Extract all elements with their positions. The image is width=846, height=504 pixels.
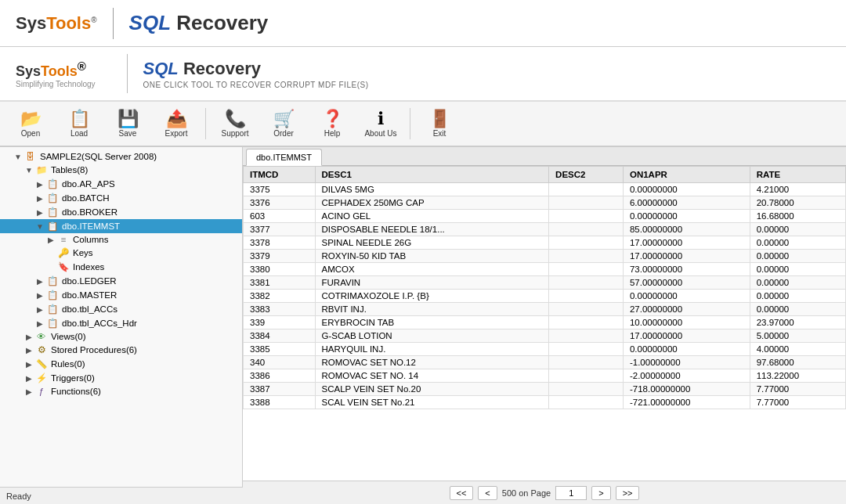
table-cell-rate: 5.00000 bbox=[750, 329, 845, 343]
tables-expand-icon: ▼ bbox=[24, 166, 34, 175]
tree-table-batch[interactable]: ▶ 📋 dbo.BATCH bbox=[0, 191, 242, 205]
ar-aps-label: dbo.AR_APS bbox=[62, 179, 239, 189]
table-row[interactable]: 3384G-SCAB LOTION17.000000005.00000 bbox=[244, 329, 846, 343]
table-cell-desc1: ROMOVAC SET NO. 14 bbox=[315, 369, 549, 383]
data-table: ITMCD DESC1 DESC2 ON1APR RATE 3375DILVAS… bbox=[243, 166, 846, 409]
save-button[interactable]: 💾 Save bbox=[105, 105, 150, 142]
save-label: Save bbox=[119, 129, 137, 138]
table-row[interactable]: 603ACINO GEL0.0000000016.68000 bbox=[244, 210, 846, 223]
tree-stored-procs-group[interactable]: ▶ ⚙ Stored Procedures(6) bbox=[0, 343, 242, 357]
table-cell-desc1: SPINAL NEEDLE 26G bbox=[315, 236, 549, 250]
table-row[interactable]: 340ROMOVAC SET NO.12-1.0000000097.68000 bbox=[244, 356, 846, 369]
pagination-last-label: >> bbox=[623, 488, 633, 498]
tree-table-ledger[interactable]: ▶ 📋 dbo.LEDGER bbox=[0, 274, 242, 288]
pagination-next-label: > bbox=[598, 488, 603, 498]
table-cell-desc2 bbox=[549, 210, 624, 223]
tree-root[interactable]: ▼ 🗄 SAMPLE2(SQL Server 2008) bbox=[0, 150, 242, 163]
table-cell-desc2 bbox=[549, 329, 624, 343]
table-row[interactable]: 3383RBVIT INJ.27.000000000.00000 bbox=[244, 303, 846, 316]
table-cell-rate: 20.78000 bbox=[750, 196, 845, 210]
tbl-accs-table-icon: 📋 bbox=[45, 304, 60, 315]
ar-aps-table-icon: 📋 bbox=[45, 178, 60, 189]
itemmst-expand-icon: ▼ bbox=[34, 222, 45, 231]
table-row[interactable]: 3388SCAL VEIN SET No.21-721.000000007.77… bbox=[244, 396, 846, 409]
tree-table-itemmst[interactable]: ▼ 📋 dbo.ITEMMST bbox=[0, 219, 242, 233]
support-button[interactable]: 📞 Support bbox=[212, 105, 258, 142]
table-cell-desc1: ERYBROCIN TAB bbox=[315, 316, 549, 329]
pagination-last-button[interactable]: >> bbox=[616, 486, 640, 500]
table-cell-itmcd: 3386 bbox=[244, 369, 316, 383]
export-icon: 📤 bbox=[166, 110, 187, 128]
app-title: SQL Recovery bbox=[143, 59, 369, 79]
tree-columns-node[interactable]: ▶ ≡ Columns bbox=[0, 233, 242, 246]
table-cell-itmcd: 3377 bbox=[244, 223, 316, 236]
root-expand-icon: ▼ bbox=[13, 153, 24, 161]
export-button[interactable]: 📤 Export bbox=[154, 105, 199, 142]
table-cell-rate: 0.00000 bbox=[750, 263, 845, 276]
pagination-next-button[interactable]: > bbox=[591, 486, 610, 500]
table-cell-desc1: DILVAS 5MG bbox=[315, 183, 549, 196]
support-icon: 📞 bbox=[225, 110, 246, 128]
pagination-prev-button[interactable]: < bbox=[478, 486, 497, 500]
table-row[interactable]: 3382COTRIMAXOZOLE I.P. {B}0.000000000.00… bbox=[244, 290, 846, 303]
table-cell-desc2 bbox=[549, 290, 624, 303]
broker-expand-icon: ▶ bbox=[34, 208, 45, 217]
top-brand-reg: ® bbox=[91, 15, 96, 23]
data-table-container[interactable]: ITMCD DESC1 DESC2 ON1APR RATE 3375DILVAS… bbox=[243, 166, 846, 481]
table-row[interactable]: 3380AMCOX73.000000000.00000 bbox=[244, 263, 846, 276]
table-row[interactable]: 3379ROXYIN-50 KID TAB17.000000000.00000 bbox=[244, 250, 846, 263]
about-button[interactable]: ℹ About Us bbox=[358, 105, 403, 142]
tree-table-tbl-accs[interactable]: ▶ 📋 dbo.tbl_ACCs bbox=[0, 302, 242, 316]
table-row[interactable]: 339ERYBROCIN TAB10.0000000023.97000 bbox=[244, 316, 846, 329]
tree-indexes-node[interactable]: 🔖 Indexes bbox=[0, 260, 242, 274]
batch-expand-icon: ▶ bbox=[34, 194, 45, 203]
pagination-page-input[interactable] bbox=[555, 486, 587, 500]
table-row[interactable]: 3386ROMOVAC SET NO. 14-2.00000000113.220… bbox=[244, 369, 846, 383]
app-header-divider bbox=[127, 54, 128, 93]
open-label: Open bbox=[21, 129, 40, 138]
tables-folder-icon: 📁 bbox=[34, 164, 49, 175]
table-cell-desc2 bbox=[549, 343, 624, 356]
tree-functions-group[interactable]: ▶ ƒ Functions(6) bbox=[0, 385, 242, 398]
table-row[interactable]: 3385HARYQUIL INJ.0.000000004.00000 bbox=[244, 343, 846, 356]
table-cell-rate: 4.00000 bbox=[750, 343, 845, 356]
table-cell-rate: 0.00000 bbox=[750, 236, 845, 250]
tree-rules-group[interactable]: ▶ 📏 Rules(0) bbox=[0, 357, 242, 371]
col-header-itmcd: ITMCD bbox=[244, 167, 316, 183]
open-button[interactable]: 📂 Open bbox=[8, 105, 53, 142]
tbl-accs-label: dbo.tbl_ACCs bbox=[62, 304, 239, 314]
batch-table-icon: 📋 bbox=[45, 193, 60, 203]
tree-views-group[interactable]: ▶ 👁 Views(0) bbox=[0, 330, 242, 343]
tree-triggers-group[interactable]: ▶ ⚡ Triggers(0) bbox=[0, 371, 242, 385]
about-icon: ℹ bbox=[378, 110, 384, 128]
help-button[interactable]: ❓ Help bbox=[309, 105, 355, 142]
table-row[interactable]: 3378SPINAL NEEDLE 26G17.000000000.00000 bbox=[244, 236, 846, 250]
table-row[interactable]: 3377DISPOSABLE NEEDLE 18/1...85.00000000… bbox=[244, 223, 846, 236]
tree-keys-node[interactable]: 🔑 Keys bbox=[0, 246, 242, 260]
tree-tables-group[interactable]: ▼ 📁 Tables(8) bbox=[0, 163, 242, 177]
table-row[interactable]: 3387SCALP VEIN SET No.20-718.000000007.7… bbox=[244, 383, 846, 396]
table-cell-on1apr: 0.00000000 bbox=[623, 210, 750, 223]
app-title-area: SQL Recovery ONE CLICK TOOL TO RECOVER C… bbox=[143, 59, 369, 89]
tree-table-master[interactable]: ▶ 📋 dbo.MASTER bbox=[0, 288, 242, 302]
table-row[interactable]: 3375DILVAS 5MG0.000000004.21000 bbox=[244, 183, 846, 196]
app-title-recovery: Recovery bbox=[183, 59, 261, 78]
tree-table-broker[interactable]: ▶ 📋 dbo.BROKER bbox=[0, 205, 242, 219]
pagination-first-button[interactable]: << bbox=[450, 486, 474, 500]
table-row[interactable]: 3381FURAVIN57.000000000.00000 bbox=[244, 276, 846, 290]
views-expand-icon: ▶ bbox=[24, 333, 34, 341]
load-button[interactable]: 📋 Load bbox=[56, 105, 102, 142]
order-button[interactable]: 🛒 Order bbox=[261, 105, 306, 142]
col-header-rate: RATE bbox=[750, 167, 845, 183]
file-tree: ▼ 🗄 SAMPLE2(SQL Server 2008) ▼ 📁 Tables(… bbox=[0, 147, 242, 401]
table-cell-desc2 bbox=[549, 369, 624, 383]
exit-icon: 🚪 bbox=[429, 110, 450, 128]
table-row[interactable]: 3376CEPHADEX 250MG CAP6.0000000020.78000 bbox=[244, 196, 846, 210]
tree-table-ar-aps[interactable]: ▶ 📋 dbo.AR_APS bbox=[0, 177, 242, 191]
columns-expand-icon: ▶ bbox=[45, 236, 56, 244]
tree-table-tbl-accs-hdr[interactable]: ▶ 📋 dbo.tbl_ACCs_Hdr bbox=[0, 316, 242, 330]
status-text: Ready bbox=[6, 491, 31, 501]
root-label: SAMPLE2(SQL Server 2008) bbox=[40, 152, 239, 161]
exit-button[interactable]: 🚪 Exit bbox=[417, 105, 462, 142]
tab-itemmst[interactable]: dbo.ITEMMST bbox=[246, 149, 322, 166]
